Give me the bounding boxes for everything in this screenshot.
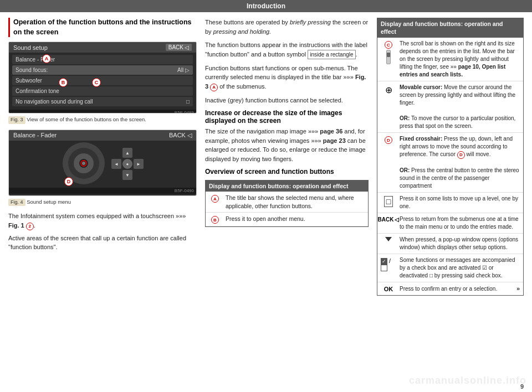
scroll-area: C <box>385 41 392 64</box>
screen1-rows: Balance - Fader Sound focus: All ▷ Subwo… <box>9 53 196 110</box>
arrow-down: ▼ <box>122 170 132 180</box>
fig3-tag: Fig. 3 <box>8 116 25 124</box>
screen2-back-label: BACK <box>169 132 186 138</box>
screen2-content: D ▲ ◄ ● ► ▼ <box>9 141 196 188</box>
fig4-tag: Fig. 4 <box>8 199 25 207</box>
intro-para: These buttons are operated by briefly pr… <box>205 18 369 36</box>
screen1-image: Sound setup BACK ◁ Balance - Fader Sound… <box>8 42 197 114</box>
right-text-checkbox: Some functions or messages are accompani… <box>400 256 520 280</box>
screen1-back-label: BACK <box>168 44 183 50</box>
right-text-d: Fixed crosshair: Press the up, down, lef… <box>400 135 520 190</box>
slash-sep: / <box>389 257 391 264</box>
right-text-square: Press it on some lists to move up a leve… <box>400 195 520 210</box>
circle-a-ref: A <box>210 84 218 91</box>
arrow-empty <box>111 170 121 180</box>
right-text-cursor: Movable cursor: Move the cursor around t… <box>400 84 520 130</box>
para1: The function buttons appear in the instr… <box>205 40 369 59</box>
screen1-topbar: Sound setup BACK ◁ <box>9 42 196 53</box>
screen1-back: BACK ◁ <box>166 44 192 51</box>
label-a: A <box>42 54 51 63</box>
back-label-icon: BACK ◁ <box>378 216 400 223</box>
fig3-text: View of some of the function buttons on … <box>27 116 146 122</box>
page-wrapper: Introduction Operation of the function b… <box>0 0 532 392</box>
section-title: Operation of the function buttons and th… <box>13 18 197 37</box>
right-row-triangle: When pressed, a pop-up window opens (opt… <box>377 234 523 254</box>
page-number: 9 <box>0 381 532 392</box>
screen2-back-arrow: ◁ <box>187 132 192 138</box>
right-row-ok: OK Press to confirm an entry or a select… <box>377 282 523 295</box>
right-icon-cursor: ⊕ <box>381 84 396 95</box>
arrow-right: ► <box>134 159 144 169</box>
fig4-code: B5F-0490 <box>9 188 196 194</box>
screen1-back-arrow: ◁ <box>185 44 189 50</box>
info-row-a: A The title bar shows the selected menu … <box>206 192 368 213</box>
cursor-icon: ⊕ <box>385 85 392 95</box>
header-title: Introduction <box>247 2 285 10</box>
arrow-left: ◄ <box>111 159 121 169</box>
circle-c: C <box>385 41 392 49</box>
left-column: Operation of the function buttons and th… <box>8 18 197 375</box>
row2-text: Sound focus: <box>16 67 48 73</box>
right-row-square: □ Press it on some lists to move up a le… <box>377 193 523 213</box>
screen-row: Balance - Fader <box>12 55 193 64</box>
info-table-header: Display and function buttons: operation … <box>206 180 368 192</box>
right-icon-ok: OK <box>381 285 396 292</box>
row5-extra: □ <box>186 99 190 105</box>
right-text-ok: Press to confirm an entry or a selection… <box>400 285 520 293</box>
right-icon-d: D <box>381 135 396 144</box>
right-text-triangle: When pressed, a pop-up window opens (opt… <box>400 236 520 251</box>
right-row-checkbox: ✓ / Some functions or messages are accom… <box>377 254 523 282</box>
screen-row: Confirmation tone <box>12 86 193 96</box>
screen2-title: Balance - Fader <box>13 132 57 138</box>
checkbox-icons: ✓ / <box>381 257 396 272</box>
row2-extra: All ▷ <box>177 67 190 73</box>
right-icon-back: BACK ◁ <box>381 215 396 223</box>
circle-b: B <box>211 216 219 224</box>
right-icon-square: □ <box>381 195 396 207</box>
arrow-pad: ▲ ◄ ● ► ▼ <box>111 148 144 180</box>
screen-row: Sound focus: All ▷ <box>12 65 193 75</box>
right-row-d: D Fixed crosshair: Press the up, down, l… <box>377 133 523 193</box>
info-icon-b: B <box>209 215 221 224</box>
right-row-cursor: ⊕ Movable cursor: Move the cursor around… <box>377 81 523 133</box>
fig3-caption: Fig. 3 View of some of the function butt… <box>8 116 197 125</box>
circle-a: A <box>211 195 219 203</box>
arrow-empty <box>111 148 121 158</box>
arrow-empty <box>134 148 144 158</box>
right-text-c: The scroll bar is shown on the right and… <box>400 40 520 79</box>
screen2-topbar: Balance - Fader BACK ◁ <box>9 130 196 141</box>
back-text: BACK <box>378 216 394 223</box>
arrow-empty <box>134 170 144 180</box>
fig4-caption: Fig. 4 Sound setup menu <box>8 199 197 208</box>
body-text-1: The Infotainment system comes equipped w… <box>8 212 197 230</box>
circle-d: D <box>385 136 392 144</box>
screen2-image: Balance - Fader BACK ◁ <box>8 130 197 196</box>
info-text-b: Press it to open another menu. <box>226 215 365 223</box>
scroll-bar-icon <box>386 50 391 64</box>
label-d: D <box>64 177 73 186</box>
ok-text: Press to confirm an entry or a selection… <box>400 285 497 293</box>
scroll-thumb <box>387 53 390 57</box>
screen-row: No navigation sound during call □ <box>12 97 193 106</box>
right-icon-c: C <box>381 40 396 64</box>
section3-heading: Overview of screen and function buttons <box>205 168 369 176</box>
info-table: Display and function buttons: operation … <box>205 180 369 227</box>
header-bar: Introduction <box>0 0 532 12</box>
right-row-back: BACK ◁ Press to return from the submenus… <box>377 213 523 234</box>
arrow-up: ▲ <box>122 148 132 158</box>
right-icon-checkbox: ✓ / <box>381 256 396 272</box>
label-b: B <box>59 78 68 87</box>
ok-label: OK <box>384 286 393 292</box>
section-title-block: Operation of the function buttons and th… <box>8 18 197 37</box>
section2-para: The size of the navigation map image »»»… <box>205 127 369 163</box>
right-table: Display and function buttons: operation … <box>377 18 524 296</box>
row4-text: Confirmation tone <box>16 88 59 94</box>
screen1-title: Sound setup <box>13 44 48 51</box>
triangle-icon <box>385 237 392 241</box>
info-text-a: The title bar shows the selected menu an… <box>226 194 365 210</box>
right-column: Display and function buttons: operation … <box>377 18 524 375</box>
svg-point-4 <box>82 162 85 165</box>
circle-d-ref: D <box>457 151 465 159</box>
speaker-area: D <box>62 141 106 187</box>
screen2-back: BACK ◁ <box>169 132 192 139</box>
